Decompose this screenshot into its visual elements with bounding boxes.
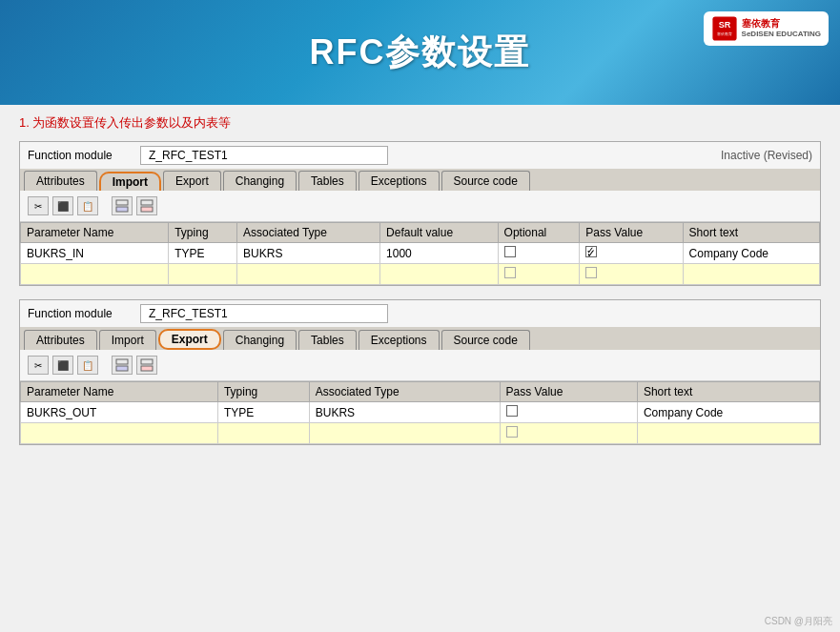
tab1-attributes[interactable]: Attributes	[24, 171, 97, 191]
tab2-changing[interactable]: Changing	[223, 330, 297, 350]
fm-value-2[interactable]: Z_RFC_TEST1	[140, 304, 388, 323]
tab2-import[interactable]: Import	[99, 330, 156, 350]
paste-icon-2[interactable]: 📋	[77, 356, 98, 375]
svg-text:塞依教育: 塞依教育	[717, 31, 732, 36]
cell-short-text-1[interactable]: Company Code	[683, 243, 819, 264]
cell-pass-value-1[interactable]: ✓	[580, 243, 683, 264]
col-param-name-1: Parameter Name	[21, 223, 169, 243]
svg-rect-6	[141, 207, 153, 212]
table-row: BUKRS_OUT TYPE BUKRS Company Code	[21, 402, 820, 423]
svg-text:SR: SR	[718, 20, 730, 30]
panel2-content: ✂ ⬛ 📋 Parameter Name Typing	[20, 350, 820, 444]
empty-cell-4	[380, 264, 498, 285]
table-empty-row-1	[21, 264, 820, 285]
table-row: BUKRS_IN TYPE BUKRS 1000 ✓ Company Code	[21, 243, 820, 264]
cell-param-name-1[interactable]: BUKRS_IN	[21, 243, 169, 264]
optional-checkbox-1[interactable]	[504, 246, 516, 257]
insert-row-icon-2[interactable]	[112, 356, 133, 375]
col-typing-2: Typing	[217, 382, 309, 402]
col-typing-1: Typing	[169, 223, 237, 243]
fm-row-1: Function module Z_RFC_TEST1 Inactive (Re…	[20, 142, 820, 169]
delete-row-icon-2[interactable]	[136, 356, 157, 375]
delete-row-icon-1[interactable]	[136, 196, 157, 215]
watermark: CSDN @月阳亮	[765, 615, 832, 628]
tab1-import[interactable]: Import	[99, 172, 161, 191]
empty-cell-2	[169, 264, 237, 285]
col-default-value-1: Default value	[380, 223, 498, 243]
table-header-row-2: Parameter Name Typing Associated Type Pa…	[21, 382, 820, 402]
empty2-cell-1	[21, 423, 218, 444]
tab2-tables[interactable]: Tables	[298, 330, 357, 350]
insert-row-icon-1[interactable]	[112, 196, 133, 215]
fm-row-2: Function module Z_RFC_TEST1	[20, 300, 820, 327]
cell-param-name-2[interactable]: BUKRS_OUT	[21, 402, 218, 423]
pass-value-checkbox-2[interactable]	[506, 405, 518, 417]
col-assoc-type-2: Associated Type	[309, 382, 500, 402]
cell-pass-value-2[interactable]	[500, 402, 637, 423]
panel1: Function module Z_RFC_TEST1 Inactive (Re…	[19, 141, 821, 286]
svg-rect-5	[141, 200, 153, 205]
tab2-source-code[interactable]: Source code	[441, 330, 530, 350]
svg-rect-9	[141, 359, 153, 364]
tabs-bar-2: Attributes Import Export Changing Tables…	[20, 327, 820, 350]
svg-rect-10	[141, 366, 153, 371]
export-table: Parameter Name Typing Associated Type Pa…	[20, 381, 820, 444]
page-header: RFC参数设置 SR 塞依教育 塞依教育 SeDISEN EDUCATING	[0, 0, 840, 105]
empty2-cell-2	[217, 423, 309, 444]
scissors-icon-1[interactable]: ✂	[28, 196, 49, 215]
main-content: 1. 为函数设置传入传出参数以及内表等 Function module Z_RF…	[0, 105, 840, 632]
col-assoc-type-1: Associated Type	[237, 223, 380, 243]
tab2-exceptions[interactable]: Exceptions	[359, 330, 440, 350]
panel2: Function module Z_RFC_TEST1 Attributes I…	[19, 299, 821, 445]
empty2-cell-5	[637, 423, 819, 444]
cell-assoc-type-1[interactable]: BUKRS	[237, 243, 380, 264]
table-header-row-1: Parameter Name Typing Associated Type De…	[21, 223, 820, 243]
tab2-attributes[interactable]: Attributes	[24, 330, 97, 350]
logo-text-line1: 塞依教育	[742, 18, 821, 30]
panel1-content: ✂ ⬛ 📋 Parameter Name Typing	[20, 191, 820, 285]
table-wrap-2: Parameter Name Typing Associated Type Pa…	[20, 381, 820, 444]
col-short-text-2: Short text	[637, 382, 819, 402]
svg-rect-7	[116, 359, 128, 364]
cell-short-text-2[interactable]: Company Code	[637, 402, 819, 423]
page-title: RFC参数设置	[310, 30, 531, 76]
svg-rect-3	[116, 200, 128, 205]
svg-rect-8	[116, 366, 128, 371]
logo-box: SR 塞依教育 塞依教育 SeDISEN EDUCATING	[704, 11, 829, 46]
tab1-exceptions[interactable]: Exceptions	[359, 171, 440, 191]
empty-cell-6	[580, 264, 683, 285]
tab1-changing[interactable]: Changing	[223, 171, 297, 191]
logo-text-line2: SeDISEN EDUCATING	[742, 30, 821, 39]
tab1-tables[interactable]: Tables	[298, 171, 357, 191]
scissors-icon-2[interactable]: ✂	[28, 356, 49, 375]
tabs-bar-1: Attributes Import Export Changing Tables…	[20, 169, 820, 191]
empty-cell-5	[498, 264, 580, 285]
pass-value-checkbox-1[interactable]: ✓	[585, 246, 597, 257]
import-table: Parameter Name Typing Associated Type De…	[20, 222, 820, 285]
cell-assoc-type-2[interactable]: BUKRS	[309, 402, 500, 423]
col-pass-value-2: Pass Value	[500, 382, 637, 402]
empty2-cell-3	[309, 423, 500, 444]
cell-optional-1[interactable]	[498, 243, 580, 264]
col-pass-value-1: Pass Value	[580, 223, 683, 243]
tab2-export[interactable]: Export	[158, 329, 221, 350]
copy-icon-2[interactable]: ⬛	[52, 356, 73, 375]
cell-typing-2[interactable]: TYPE	[217, 402, 309, 423]
cell-default-value-1[interactable]: 1000	[380, 243, 498, 264]
copy-icon-1[interactable]: ⬛	[52, 196, 73, 215]
paste-icon-1[interactable]: 📋	[77, 196, 98, 215]
fm-status-1: Inactive (Revised)	[721, 149, 812, 162]
logo-icon: SR 塞依教育	[711, 15, 738, 42]
fm-label-1: Function module	[28, 149, 133, 162]
fm-value-1[interactable]: Z_RFC_TEST1	[140, 146, 388, 165]
tab1-source-code[interactable]: Source code	[441, 171, 530, 191]
col-optional-1: Optional	[498, 223, 580, 243]
col-short-text-1: Short text	[683, 223, 819, 243]
fm-label-2: Function module	[28, 307, 133, 320]
empty-cell-1	[21, 264, 169, 285]
cell-typing-1[interactable]: TYPE	[169, 243, 237, 264]
tab1-export[interactable]: Export	[163, 171, 221, 191]
table-wrap-1: Parameter Name Typing Associated Type De…	[20, 222, 820, 285]
empty2-cell-4	[500, 423, 637, 444]
instruction-text: 1. 为函数设置传入传出参数以及内表等	[19, 114, 821, 132]
